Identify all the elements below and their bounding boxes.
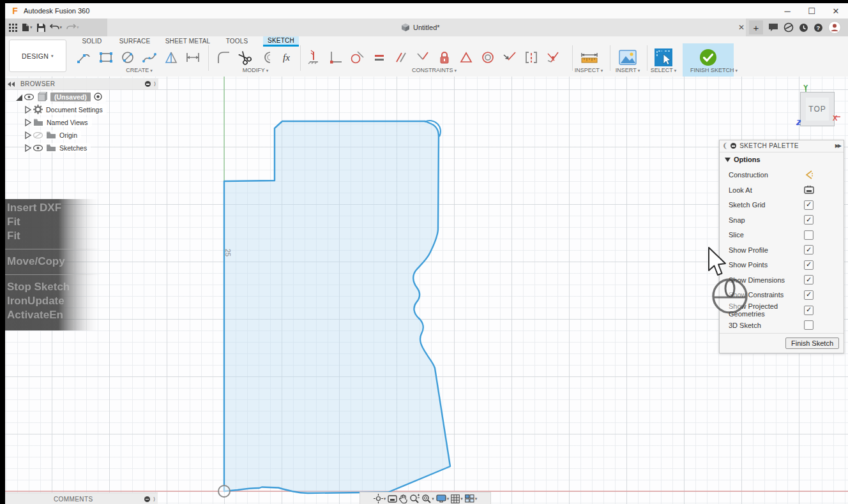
tangent-icon[interactable] (350, 50, 365, 65)
show-profile-checkbox[interactable] (804, 245, 814, 255)
browser-item-origin[interactable]: Origin (5, 129, 158, 141)
measure-icon[interactable] (580, 50, 599, 65)
coincident-icon[interactable] (328, 50, 344, 65)
comments-bubble-icon[interactable] (768, 23, 778, 32)
browser-item-sketches[interactable]: Sketches (5, 142, 158, 154)
comments-menu-icon[interactable] (144, 496, 150, 502)
sketch-grid-checkbox[interactable] (804, 200, 814, 210)
zoom-window-icon[interactable]: ▾ (421, 494, 434, 503)
tab-surface[interactable]: SURFACE (115, 36, 155, 46)
palette-row-show-points[interactable]: Show Points (720, 257, 844, 272)
notifications-icon[interactable] (799, 23, 808, 33)
offset-icon[interactable] (259, 50, 275, 65)
select-group-label[interactable]: SELECT (651, 67, 676, 75)
line-icon[interactable] (77, 50, 92, 65)
palette-row-construction[interactable]: Construction (720, 167, 844, 182)
browser-item-named-views[interactable]: Named Views (5, 116, 158, 128)
perpendicular-icon[interactable] (415, 50, 430, 65)
show-projected-geometries-checkbox[interactable] (804, 306, 814, 315)
comments-bar[interactable]: COMMENTS ⟩ (5, 493, 158, 504)
show-points-checkbox[interactable] (804, 260, 814, 270)
eye-icon[interactable] (33, 145, 43, 151)
inspect-group-label[interactable]: INSPECT (575, 67, 603, 75)
undo-icon[interactable]: ▾ (50, 24, 63, 31)
collapsed-arrow-icon[interactable] (23, 144, 32, 152)
help-icon[interactable]: ? (814, 23, 823, 33)
close-icon[interactable]: ✕ (824, 3, 848, 19)
dimension-icon[interactable] (185, 50, 201, 65)
pan-icon[interactable] (399, 494, 407, 503)
dimension-label[interactable]: 25 (224, 244, 232, 261)
eye-hidden-icon[interactable] (33, 132, 43, 138)
mirror-icon[interactable] (163, 50, 179, 65)
document-name[interactable]: (Unsaved) (50, 93, 91, 101)
finish-sketch-label[interactable]: FINISH SKETCH (690, 67, 738, 75)
snap-checkbox[interactable] (804, 215, 814, 225)
extensions-icon[interactable] (784, 22, 794, 33)
viewports-icon[interactable]: ▾ (465, 494, 478, 503)
tab-sheet-metal[interactable]: SHEET METAL (161, 36, 215, 46)
circle-icon[interactable] (120, 50, 135, 65)
show-constraints-checkbox[interactable] (804, 290, 814, 300)
collapse-right-icon[interactable]: ▶▶ (835, 143, 840, 149)
palette-row-show-profile[interactable]: Show Profile (720, 242, 844, 258)
browser-menu-icon[interactable] (145, 81, 151, 87)
browser-root-row[interactable]: (Unsaved) (5, 91, 158, 103)
modify-group-label[interactable]: MODIFY (243, 67, 268, 75)
expanded-arrow-icon[interactable] (14, 93, 23, 101)
palette-row-3d-sketch[interactable]: 3D Sketch (720, 318, 844, 333)
palette-menu-icon[interactable] (731, 143, 736, 149)
look-at-icon[interactable] (388, 495, 397, 503)
slice-checkbox[interactable] (804, 230, 814, 240)
collapse-left-icon[interactable] (8, 82, 15, 87)
spline-icon[interactable] (142, 50, 157, 65)
concentric-icon[interactable] (480, 50, 496, 65)
workspace-selector[interactable]: DESIGN▾ (9, 40, 66, 72)
eye-icon[interactable] (24, 94, 34, 100)
collapsed-arrow-icon[interactable] (23, 118, 32, 127)
orbit-icon[interactable]: ▾ (374, 494, 386, 503)
palette-row-look-at[interactable]: Look At (720, 182, 844, 198)
display-settings-icon[interactable]: ▾ (436, 494, 450, 503)
tab-solid[interactable]: SOLID (77, 36, 107, 46)
symmetry-icon[interactable] (524, 50, 539, 65)
grid-settings-icon[interactable]: ▾ (451, 494, 463, 503)
app-grid-icon[interactable] (9, 24, 17, 32)
equal-icon[interactable] (372, 50, 387, 65)
finish-sketch-palette-button[interactable]: Finish Sketch (785, 337, 839, 349)
palette-row-snap[interactable]: Snap (720, 212, 844, 228)
select-icon[interactable] (655, 48, 672, 66)
midpoint-icon[interactable] (458, 50, 474, 65)
fix-icon[interactable] (437, 50, 452, 65)
look-at-icon[interactable] (804, 186, 814, 194)
3d-sketch-checkbox[interactable] (804, 320, 814, 330)
palette-row-show-dimensions[interactable]: Show Dimensions (720, 272, 844, 288)
activate-radio-icon[interactable] (94, 93, 102, 101)
parallel-icon[interactable] (393, 50, 409, 65)
options-section-header[interactable]: Options (720, 152, 844, 168)
fx-icon[interactable]: fx (281, 50, 296, 65)
browser-expand-icon[interactable]: ⟩ (154, 81, 156, 87)
collinear-icon[interactable] (502, 50, 517, 65)
constraints-group-label[interactable]: CONSTRAINTS (412, 67, 457, 75)
insert-group-label[interactable]: INSERT (616, 67, 640, 75)
collapsed-arrow-icon[interactable] (23, 131, 32, 140)
comments-expand-icon[interactable]: ⟩ (153, 496, 155, 502)
create-group-label[interactable]: CREATE (126, 67, 152, 75)
minimize-icon[interactable]: ─ (775, 3, 799, 19)
palette-row-show-constraints[interactable]: Show Constraints (720, 288, 844, 303)
palette-row-show-projected-geometries[interactable]: Show Projected Geometries (720, 302, 844, 318)
construction-icon[interactable] (804, 170, 814, 179)
new-file-icon[interactable]: ▾ (22, 23, 33, 32)
insert-image-icon[interactable] (619, 49, 637, 66)
sketch-palette-header[interactable]: ❨ SKETCH PALETTE ▶▶ (720, 140, 844, 152)
browser-item-document-settings[interactable]: Document Settings (5, 103, 158, 115)
rectangle-icon[interactable] (98, 50, 114, 65)
save-icon[interactable] (37, 24, 45, 32)
horizontal-vertical-icon[interactable] (307, 50, 322, 65)
tab-sketch[interactable]: SKETCH (263, 36, 299, 47)
fillet-icon[interactable] (216, 50, 231, 65)
zoom-icon[interactable] (409, 494, 420, 503)
avatar[interactable] (828, 21, 841, 34)
trim-icon[interactable] (238, 50, 253, 65)
